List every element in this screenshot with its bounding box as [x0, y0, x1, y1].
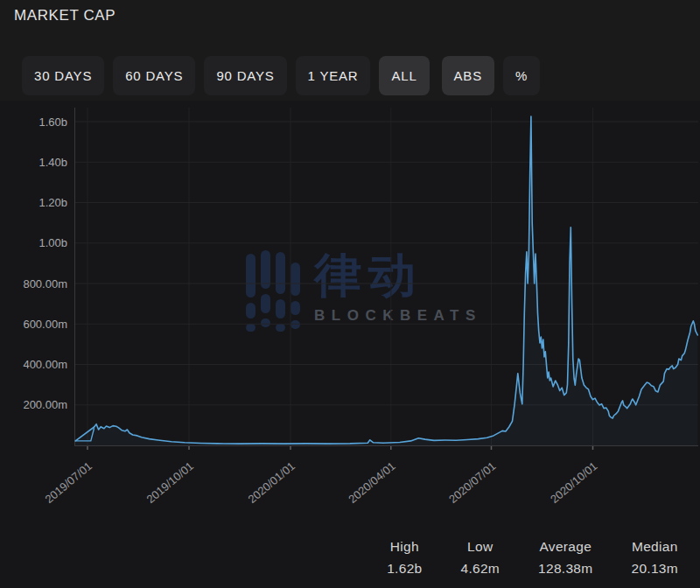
x-tick-label: 2019/07/01 — [42, 459, 94, 506]
stat-value: 1.62b — [387, 561, 422, 577]
y-tick-label: 1.20b — [38, 196, 67, 209]
y-tick-label: 1.00b — [38, 236, 67, 249]
chart-canvas[interactable]: 2019/07/012019/10/012020/01/012020/04/01… — [0, 0, 700, 588]
x-tick-label: 2020/01/01 — [245, 459, 297, 506]
y-tick-label: 800.00m — [23, 277, 67, 290]
y-tick-label: 200.00m — [23, 398, 67, 411]
stat-label: High — [387, 539, 422, 555]
stat-high: High1.62b — [387, 539, 422, 577]
stat-low: Low4.62m — [460, 539, 500, 577]
y-tick-label: 1.60b — [38, 116, 67, 129]
stat-average: Average128.38m — [538, 539, 592, 577]
x-tick-label: 2020/10/01 — [548, 459, 599, 506]
stat-median: Median20.13m — [632, 539, 679, 577]
x-tick-label: 2019/10/01 — [144, 459, 195, 506]
y-tick-label: 600.00m — [23, 318, 67, 331]
market-cap-line — [75, 116, 697, 444]
stat-label: Low — [460, 539, 500, 555]
summary-stats-row: High1.62bLow4.62mAverage128.38mMedian20.… — [387, 539, 678, 577]
y-tick-label: 1.40b — [38, 156, 67, 169]
stat-value: 4.62m — [460, 561, 500, 577]
stat-label: Median — [632, 539, 679, 555]
stat-value: 20.13m — [632, 561, 679, 577]
stat-value: 128.38m — [538, 561, 592, 577]
market-cap-area — [75, 116, 697, 445]
x-tick-label: 2020/04/01 — [346, 459, 397, 506]
stat-label: Average — [538, 539, 592, 555]
x-tick-label: 2020/07/01 — [446, 459, 498, 506]
y-tick-label: 400.00m — [23, 358, 67, 371]
market-cap-panel: MARKET CAP 30 DAYS60 DAYS90 DAYS1 YEARAL… — [0, 0, 700, 588]
